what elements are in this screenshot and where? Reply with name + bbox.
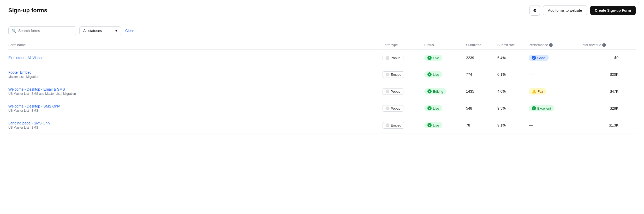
form-name-cell: Exit intent - All Visitors — [8, 56, 383, 60]
performance-cell: ⚠️ Fair — [529, 88, 581, 95]
status-badge: Editing — [424, 88, 446, 95]
search-input[interactable] — [18, 29, 73, 33]
table-row: Welcome - Desktop - SMS Only US Master L… — [8, 100, 636, 117]
form-type-badge: ⬜ Popup — [383, 55, 403, 61]
table-row: Welcome - Desktop - Email & SMS US Maste… — [8, 83, 636, 100]
revenue-cell: $1.3K — [581, 123, 623, 127]
table-row: Footer Embed Master List | Migration ⬜ E… — [8, 66, 636, 83]
form-type-cell: ⬜ Embed — [383, 122, 424, 129]
actions-cell: ⋮ — [623, 87, 636, 95]
excellent-icon: ✓ — [532, 106, 536, 110]
status-cell: Live — [424, 105, 466, 111]
performance-dash: — — [529, 123, 533, 128]
gear-icon: ⚙ — [533, 8, 536, 13]
actions-cell: ⋮ — [623, 71, 636, 78]
status-dot-icon — [427, 106, 432, 110]
table-body: Exit intent - All Visitors ⬜ Popup Live … — [8, 50, 636, 134]
form-name-link[interactable]: Footer Embed — [8, 70, 383, 74]
form-name-cell: Landing page - SMS Only US Master List |… — [8, 121, 383, 129]
status-cell: Live — [424, 122, 466, 128]
search-icon: 🔍 — [12, 29, 16, 33]
create-signup-form-button[interactable]: Create Sign-up Form — [590, 6, 636, 15]
form-type-badge: ⬜ Embed — [383, 71, 404, 78]
form-type-icon: ⬜ — [385, 106, 389, 110]
submitted-cell: 774 — [466, 72, 497, 77]
form-type-cell: ⬜ Embed — [383, 71, 424, 78]
performance-cell: ✓ Good — [529, 55, 581, 61]
actions-cell: ⋮ — [623, 104, 636, 112]
form-name-link[interactable]: Welcome - Desktop - Email & SMS — [8, 87, 383, 91]
more-options-button[interactable]: ⋮ — [623, 71, 631, 78]
form-type-badge: ⬜ Popup — [383, 88, 403, 95]
page-header: Sign-up forms ⚙ Add forms to website Cre… — [0, 0, 644, 21]
search-container: 🔍 — [8, 26, 76, 35]
more-options-button[interactable]: ⋮ — [623, 87, 631, 95]
form-name-cell: Welcome - Desktop - SMS Only US Master L… — [8, 104, 383, 112]
toolbar: 🔍 All statuses ▾ Clear — [0, 21, 644, 40]
performance-dash: — — [529, 72, 533, 77]
form-name-cell: Footer Embed Master List | Migration — [8, 70, 383, 79]
form-name-cell: Welcome - Desktop - Email & SMS US Maste… — [8, 87, 383, 96]
status-dot-icon — [427, 89, 432, 93]
more-options-button[interactable]: ⋮ — [623, 121, 631, 129]
forms-table: Form name Form type Status Submitted Sub… — [0, 40, 644, 134]
status-cell: Editing — [424, 88, 466, 95]
col-header-submitted: Submitted — [466, 43, 497, 47]
chevron-down-icon: ▾ — [115, 29, 117, 33]
form-subtitle: US Master List | SMS — [8, 126, 383, 129]
actions-cell: ⋮ — [623, 121, 636, 129]
status-badge: Live — [424, 105, 442, 111]
submit-rate-cell: 6.4% — [497, 56, 529, 60]
performance-cell: — — [529, 123, 581, 128]
form-type-badge: ⬜ Embed — [383, 122, 404, 129]
revenue-cell: $47K — [581, 89, 623, 93]
table-row: Landing page - SMS Only US Master List |… — [8, 117, 636, 134]
more-options-button[interactable]: ⋮ — [623, 54, 631, 62]
form-type-cell: ⬜ Popup — [383, 88, 424, 95]
table-row: Exit intent - All Visitors ⬜ Popup Live … — [8, 50, 636, 66]
submit-rate-cell: 0.1% — [497, 72, 529, 77]
table-header: Form name Form type Status Submitted Sub… — [8, 40, 636, 50]
col-header-status: Status — [424, 43, 466, 47]
revenue-cell: $20K — [581, 72, 623, 77]
form-name-link[interactable]: Landing page - SMS Only — [8, 121, 383, 125]
status-filter-label: All statuses — [83, 29, 102, 33]
actions-cell: ⋮ — [623, 54, 636, 62]
col-header-submit-rate: Submit rate — [497, 43, 529, 47]
status-badge: Live — [424, 71, 442, 78]
status-dot-icon — [427, 72, 432, 77]
submitted-cell: 78 — [466, 123, 497, 127]
submitted-cell: 2239 — [466, 56, 497, 60]
col-header-form-type: Form type — [383, 43, 424, 47]
form-subtitle: Master List | Migration — [8, 75, 383, 79]
form-subtitle: US Master List | SMS — [8, 109, 383, 112]
performance-info-icon[interactable]: i — [549, 43, 553, 47]
performance-badge: ✓ Excellent — [529, 105, 554, 111]
more-options-button[interactable]: ⋮ — [623, 104, 631, 112]
form-type-icon: ⬜ — [385, 123, 389, 127]
status-dot-icon — [427, 56, 432, 60]
clear-button[interactable]: Clear — [124, 29, 135, 33]
status-badge: Live — [424, 122, 442, 128]
status-badge: Live — [424, 55, 442, 61]
performance-badge: ⚠️ Fair — [529, 88, 546, 95]
revenue-info-icon[interactable]: i — [602, 43, 606, 47]
performance-badge: ✓ Good — [529, 55, 549, 61]
settings-button[interactable]: ⚙ — [529, 5, 540, 16]
revenue-cell: $0 — [581, 56, 623, 60]
form-subtitle: US Master List | SMS and Master List | M… — [8, 92, 383, 96]
status-dot-icon — [427, 123, 432, 127]
revenue-cell: $28K — [581, 106, 623, 110]
status-cell: Live — [424, 71, 466, 78]
add-forms-button[interactable]: Add forms to website — [543, 5, 587, 15]
form-name-link[interactable]: Welcome - Desktop - SMS Only — [8, 104, 383, 108]
form-name-link[interactable]: Exit intent - All Visitors — [8, 56, 383, 60]
header-actions: ⚙ Add forms to website Create Sign-up Fo… — [529, 5, 636, 16]
page-title: Sign-up forms — [8, 7, 47, 14]
submit-rate-cell: 4.0% — [497, 89, 529, 93]
status-filter-dropdown[interactable]: All statuses ▾ — [79, 26, 121, 35]
good-icon: ✓ — [532, 56, 536, 60]
performance-cell: — — [529, 72, 581, 77]
col-header-performance: Performance i — [529, 43, 581, 47]
submit-rate-cell: 9.1% — [497, 123, 529, 127]
